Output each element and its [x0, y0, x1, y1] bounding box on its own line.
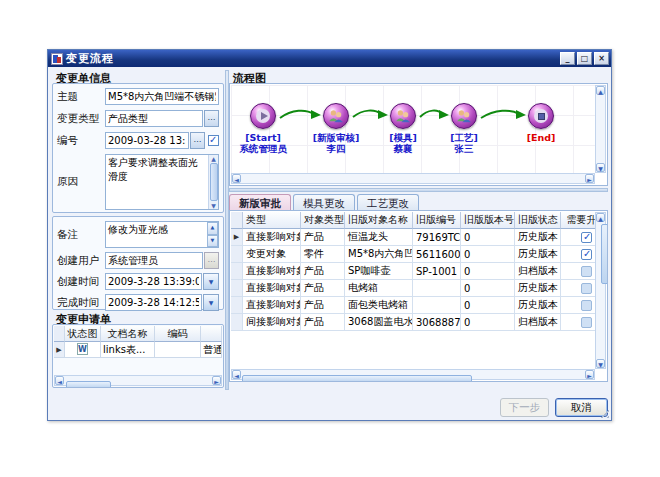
- col-old-ver[interactable]: 旧版版本号: [461, 212, 515, 229]
- maximize-button[interactable]: □: [577, 52, 592, 65]
- scroll-up-icon[interactable]: ▲: [596, 86, 605, 95]
- tab-mold-change[interactable]: 模具更改: [293, 194, 355, 210]
- creator-input[interactable]: [105, 252, 203, 269]
- col-old-no[interactable]: 旧版编号: [413, 212, 461, 229]
- flow-canvas[interactable]: [Start]系统管理员 [新版审核]李四 [模具]蔡襄 [工艺]张三 [End…: [231, 85, 595, 173]
- flow-node-process[interactable]: [451, 103, 477, 129]
- scroll-left-icon[interactable]: ◄: [232, 174, 241, 183]
- scroll-left-icon[interactable]: ◄: [232, 370, 241, 379]
- table-row[interactable]: 间接影响对象 产品 3068圆盖电水壶 3068887 0 归档版本: [231, 314, 595, 331]
- request-table: 状态图 文档名称 编码 ▶ links表... 普通: [54, 326, 222, 358]
- upgrade-checkbox[interactable]: [581, 266, 592, 277]
- col-old-name[interactable]: 旧版对象名称: [345, 212, 413, 229]
- table-row[interactable]: ▶ 直接影响对象 产品 恒温龙头 79169TC 0 历史版本: [231, 229, 595, 246]
- scroll-left-icon[interactable]: ◄: [55, 376, 64, 385]
- col-upgrade[interactable]: 需要升版: [561, 212, 595, 229]
- number-input[interactable]: [105, 132, 189, 149]
- col-code[interactable]: 编码: [155, 326, 201, 342]
- number-label: 编号: [57, 134, 105, 148]
- main-table-header: 类型 对象类型 旧版对象名称 旧版编号 旧版版本号 旧版状态 需要升版 新版: [231, 212, 595, 229]
- finish-time-dropdown-icon[interactable]: ▼: [203, 294, 219, 311]
- creator-browse-button[interactable]: …: [204, 252, 219, 269]
- flow-diagram-panel: [Start]系统管理员 [新版审核]李四 [模具]蔡襄 [工艺]张三 [End…: [229, 83, 608, 186]
- window-title: 变更流程: [66, 51, 560, 66]
- col-status-icon[interactable]: 状态图: [65, 326, 101, 342]
- tab-process-change[interactable]: 工艺更改: [357, 194, 419, 210]
- scroll-down-icon[interactable]: ▼: [211, 202, 216, 209]
- flow-node-start[interactable]: [250, 103, 276, 129]
- col-doc-name[interactable]: 文档名称: [101, 326, 155, 342]
- scroll-up-icon[interactable]: ▲: [596, 213, 605, 222]
- reason-scrollbar[interactable]: ▲ ▼: [208, 155, 218, 209]
- flow-hscrollbar[interactable]: ◄ ►: [231, 173, 595, 184]
- reason-textarea[interactable]: 客户要求调整表面光滑度: [106, 155, 218, 209]
- spin-down-icon[interactable]: ▼: [207, 235, 218, 248]
- app-icon: [51, 53, 63, 65]
- col-extra[interactable]: [201, 326, 222, 342]
- flow-arrow-icon: [479, 106, 527, 122]
- request-table-row[interactable]: ▶ links表... 普通: [54, 342, 222, 358]
- tab-strip: 新版审批 模具更改 工艺更改: [229, 194, 419, 210]
- table-row[interactable]: 直接影响对象 产品 面包类电烤箱 0 历史版本: [231, 297, 595, 314]
- remark-spinner[interactable]: ▲ ▼: [207, 222, 218, 247]
- title-bar[interactable]: 变更流程 _ □ ×: [48, 50, 611, 67]
- change-info-box-top: 主题 变更类型 … 编号 … 原因 客户要求调整表面光滑度: [52, 83, 224, 213]
- upgrade-checkbox[interactable]: [581, 317, 592, 328]
- flow-arrow-icon: [418, 106, 450, 122]
- horizontal-splitter[interactable]: [229, 188, 608, 192]
- main-table-hscrollbar[interactable]: ◄ ►: [231, 369, 595, 380]
- change-type-browse-button[interactable]: …: [204, 110, 219, 127]
- table-row[interactable]: 直接影响对象 产品 SP咖啡壶 SP-1001 0 归档版本 SP咖: [231, 263, 595, 280]
- create-time-label: 创建时间: [57, 275, 105, 289]
- upgrade-checkbox[interactable]: [581, 283, 592, 294]
- minimize-button[interactable]: _: [560, 52, 575, 65]
- number-browse-button[interactable]: …: [190, 132, 205, 149]
- create-time-input[interactable]: [105, 273, 202, 290]
- scroll-up-icon[interactable]: ▲: [211, 155, 216, 162]
- row-marker-icon: ▶: [56, 346, 61, 354]
- close-button[interactable]: ×: [594, 52, 609, 65]
- change-type-input[interactable]: [105, 110, 203, 127]
- upgrade-checkbox[interactable]: [581, 249, 592, 260]
- flow-label-end: [End]: [503, 132, 579, 143]
- change-type-label: 变更类型: [57, 112, 105, 126]
- upgrade-checkbox[interactable]: [581, 300, 592, 311]
- col-obj-type[interactable]: 对象类型: [301, 212, 345, 229]
- finish-time-input[interactable]: [105, 294, 202, 311]
- number-checkbox[interactable]: [208, 135, 219, 146]
- scroll-right-icon[interactable]: ►: [212, 376, 221, 385]
- flow-label-start: [Start]系统管理员: [231, 132, 301, 154]
- scroll-down-icon[interactable]: ▼: [596, 163, 605, 172]
- tab-new-version-approval[interactable]: 新版审批: [229, 194, 291, 210]
- request-table-header: 状态图 文档名称 编码: [54, 326, 222, 342]
- start-icon: [256, 109, 270, 123]
- end-icon: [534, 109, 548, 123]
- cancel-button[interactable]: 取消: [555, 398, 608, 417]
- remark-textarea[interactable]: 修改为亚光感: [106, 222, 218, 247]
- spin-up-icon[interactable]: ▲: [207, 222, 218, 235]
- change-process-dialog: 变更流程 _ □ × 变更单信息 主题 变更类型 … 编号 …: [47, 49, 612, 421]
- flow-node-end[interactable]: [528, 103, 554, 129]
- flow-vscrollbar[interactable]: ▲ ▼: [595, 85, 606, 173]
- main-table: 类型 对象类型 旧版对象名称 旧版编号 旧版版本号 旧版状态 需要升版 新版 ▶…: [231, 212, 595, 331]
- flow-node-mold[interactable]: [390, 103, 416, 129]
- creator-label: 创建用户: [57, 254, 105, 268]
- create-time-dropdown-icon[interactable]: ▼: [203, 273, 219, 290]
- scroll-right-icon[interactable]: ►: [585, 370, 594, 379]
- request-table-hscrollbar[interactable]: ◄ ►: [54, 375, 222, 386]
- scroll-right-icon[interactable]: ►: [585, 174, 594, 183]
- upgrade-checkbox[interactable]: [581, 232, 592, 243]
- change-info-box-bottom: 备注 修改为亚光感 ▲ ▼ 创建用户 … 创建时间: [52, 216, 224, 310]
- col-type[interactable]: 类型: [243, 212, 301, 229]
- col-old-status[interactable]: 旧版状态: [515, 212, 561, 229]
- next-button[interactable]: 下一步: [500, 398, 549, 417]
- users-icon: [394, 109, 412, 123]
- flow-arrow-icon: [351, 106, 389, 122]
- subject-input[interactable]: [105, 88, 219, 105]
- scroll-down-icon[interactable]: ▼: [596, 359, 605, 368]
- table-row[interactable]: 直接影响对象 产品 电烤箱 0 历史版本: [231, 280, 595, 297]
- flow-node-review[interactable]: [323, 103, 349, 129]
- flow-label-process: [工艺]张三: [426, 132, 502, 154]
- main-table-vscrollbar[interactable]: ▲ ▼: [595, 212, 606, 369]
- table-row[interactable]: 变更对象 零件 M5*8内六角凹... 5611600 0 历史版本 M5*8: [231, 246, 595, 263]
